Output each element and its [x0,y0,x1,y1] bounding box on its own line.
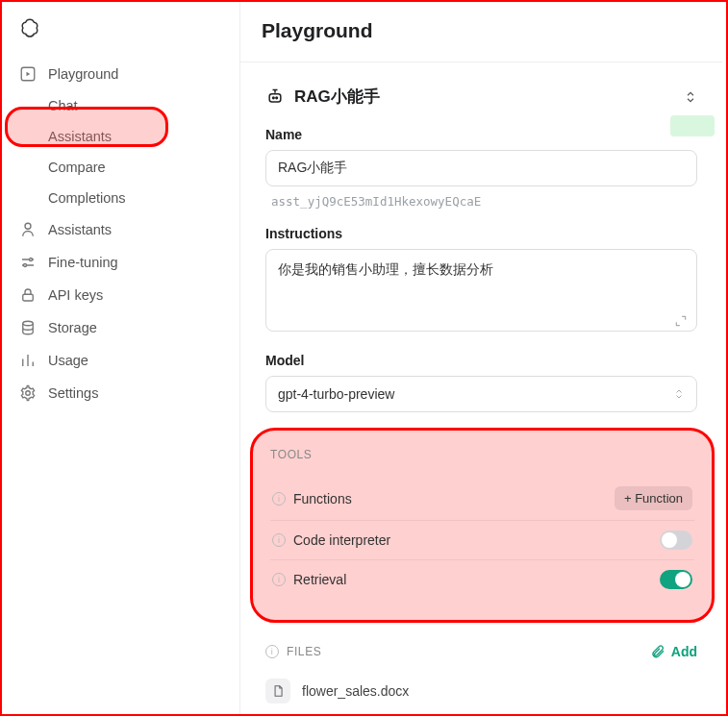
sidebar-item-settings[interactable]: Settings [2,377,239,409]
file-name: flower_sales.docx [302,683,409,699]
gear-icon [19,384,37,402]
lock-icon [19,286,37,304]
database-icon [19,319,37,336]
functions-label: Functions [293,491,352,506]
sidebar-item-playground[interactable]: Playground [2,58,239,90]
instructions-label: Instructions [265,226,697,241]
name-label: Name [265,127,697,142]
svg-point-6 [26,391,31,396]
sidebar-item-assistants-sub[interactable]: Assistants [2,121,239,152]
tools-heading: TOOLS [270,448,694,461]
bar-chart-icon [19,352,37,369]
assistant-title: RAG小能手 [294,86,380,108]
nav-label: Playground [48,66,118,82]
nav-label: Assistants [48,129,112,144]
svg-rect-4 [23,294,34,301]
paperclip-icon [650,644,665,659]
openai-logo [19,17,40,38]
instructions-textarea[interactable] [265,249,697,332]
nav-label: Compare [48,160,106,175]
chevron-updown-icon [673,388,685,400]
svg-point-3 [24,264,27,267]
nav-label: Assistants [48,222,112,237]
sidebar-item-assistants[interactable]: Assistants [2,213,239,246]
main-panel: Playground RAG小能手 Name asst_yjQ9cE53mId1… [240,2,726,714]
nav-label: Usage [48,353,88,368]
name-input[interactable] [265,150,697,186]
svg-point-1 [25,223,31,229]
svg-point-2 [30,259,33,261]
tool-row-code-interpreter: i Code interpreter [270,520,694,559]
info-icon[interactable]: i [272,573,286,586]
app-frame: Playground Chat Assistants Compare Compl… [0,0,728,716]
info-icon[interactable]: i [272,492,286,506]
model-value: gpt-4-turbo-preview [278,386,394,402]
svg-point-8 [273,97,275,99]
file-row[interactable]: flower_sales.docx [240,667,722,714]
document-icon [265,679,290,704]
assistant-header: RAG小能手 [240,62,722,127]
nav-label: Storage [48,320,97,335]
svg-rect-7 [269,93,281,101]
active-sidebar-indicator [670,115,715,136]
sliders-icon [19,254,37,271]
code-interpreter-toggle[interactable] [660,531,692,550]
code-interpreter-label: Code interpreter [293,532,390,548]
svg-point-5 [23,321,34,326]
sidebar: Playground Chat Assistants Compare Compl… [2,2,240,714]
info-icon[interactable]: i [265,645,279,658]
tools-section: TOOLS i Functions + Function i Code inte… [250,428,715,623]
add-file-button[interactable]: Add [650,644,697,659]
info-icon[interactable]: i [272,533,286,547]
retrieval-label: Retrieval [293,572,346,587]
sidebar-item-completions[interactable]: Completions [2,183,239,213]
tool-row-functions: i Functions + Function [270,477,694,520]
robot-icon [265,87,285,107]
add-label: Add [671,644,697,659]
model-label: Model [265,353,697,368]
page-title: Playground [240,13,722,62]
nav-label: Completions [48,190,126,206]
nav-label: Chat [48,98,78,113]
svg-point-9 [276,97,278,99]
sidebar-item-usage[interactable]: Usage [2,344,239,377]
play-square-icon [19,65,37,83]
assistant-editor: RAG小能手 Name asst_yjQ9cE53mId1HkexowyEQca… [240,62,722,714]
sidebar-item-chat[interactable]: Chat [2,90,239,121]
model-select[interactable]: gpt-4-turbo-preview [265,376,697,412]
expand-collapse-icon[interactable] [684,90,697,104]
assistant-id: asst_yjQ9cE53mId1HkexowyEQcaE [265,186,697,209]
sidebar-item-storage[interactable]: Storage [2,311,239,344]
expand-textarea-icon[interactable] [674,314,688,328]
files-heading: FILES [287,645,321,658]
nav-label: API keys [48,287,103,303]
sidebar-item-api-keys[interactable]: API keys [2,279,239,311]
nav-label: Settings [48,385,98,401]
sidebar-item-fine-tuning[interactable]: Fine-tuning [2,246,239,279]
tool-row-retrieval: i Retrieval [270,559,694,599]
sidebar-item-compare[interactable]: Compare [2,152,239,183]
robot-icon [19,221,37,238]
nav-label: Fine-tuning [48,255,118,270]
retrieval-toggle[interactable] [660,570,692,589]
add-function-button[interactable]: + Function [615,486,692,510]
files-header: i FILES Add [240,623,722,667]
